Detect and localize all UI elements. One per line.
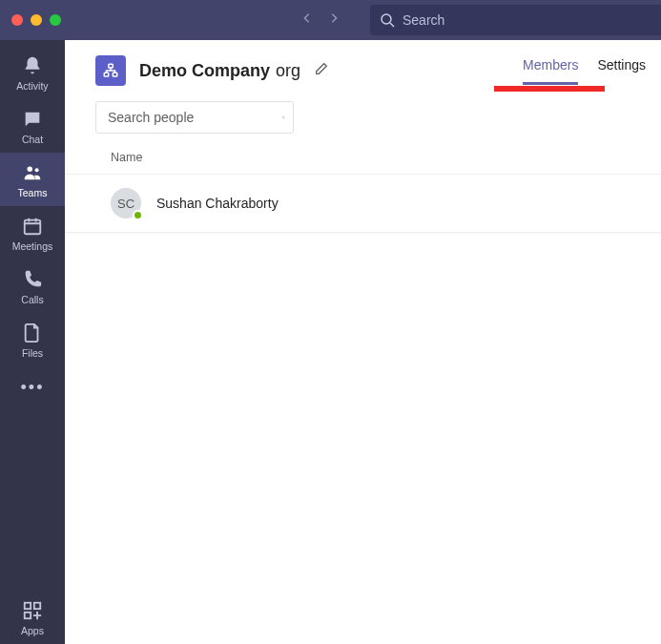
member-row[interactable]: SC Sushan Chakraborty <box>65 174 661 233</box>
svg-point-10 <box>282 116 284 118</box>
svg-rect-9 <box>113 73 117 76</box>
search-people[interactable] <box>95 101 294 134</box>
avatar-initials: SC <box>117 197 134 211</box>
svg-rect-8 <box>104 73 109 76</box>
ellipsis-icon: ••• <box>21 378 45 397</box>
rail-item-label: Teams <box>18 187 48 198</box>
org-chart-icon <box>102 62 119 79</box>
svg-rect-6 <box>25 613 31 618</box>
chat-icon <box>22 109 43 130</box>
chevron-right-icon <box>327 11 341 25</box>
svg-rect-4 <box>25 603 31 609</box>
rail-item-label: Apps <box>21 625 44 636</box>
tab-members[interactable]: Members <box>523 57 578 85</box>
svg-point-1 <box>28 167 33 173</box>
header-tabs: Members Settings <box>523 57 646 85</box>
team-header: Demo Company org Members Settings <box>65 55 661 86</box>
main-area: Activity Chat Teams Meetings Calls Files… <box>0 40 661 644</box>
nav-forward-button[interactable] <box>327 11 341 29</box>
rail-item-label: Calls <box>21 294 43 305</box>
rail-item-files[interactable]: Files <box>0 313 65 366</box>
svg-rect-3 <box>25 220 41 235</box>
nav-back-button[interactable] <box>300 11 314 29</box>
rail-item-teams[interactable]: Teams <box>0 153 65 206</box>
member-name: Sushan Chakraborty <box>156 196 279 211</box>
rail-item-label: Chat <box>22 134 43 145</box>
content-pane: Demo Company org Members Settings Name S… <box>65 40 661 644</box>
members-column-header: Name <box>65 134 661 174</box>
zoom-window-dot[interactable] <box>50 14 61 26</box>
rail-item-meetings[interactable]: Meetings <box>0 206 65 260</box>
presence-available-icon <box>133 210 143 220</box>
window-controls <box>11 14 61 26</box>
svg-point-2 <box>35 168 39 172</box>
app-rail: Activity Chat Teams Meetings Calls Files… <box>0 40 65 644</box>
titlebar <box>0 0 661 40</box>
phone-icon <box>22 269 43 290</box>
rail-item-label: Activity <box>16 80 48 92</box>
edit-team-button[interactable] <box>314 61 329 80</box>
chevron-left-icon <box>300 11 314 25</box>
rail-item-calls[interactable]: Calls <box>0 260 65 313</box>
minimize-window-dot[interactable] <box>31 14 42 26</box>
svg-point-0 <box>382 14 391 24</box>
team-badge <box>95 55 126 86</box>
team-title: Demo Company org <box>139 61 300 81</box>
svg-rect-7 <box>109 64 114 68</box>
calendar-icon <box>22 216 43 237</box>
global-search-input[interactable] <box>403 12 651 28</box>
highlight-annotation <box>494 86 605 92</box>
rail-more-button[interactable]: ••• <box>0 366 65 409</box>
rail-item-label: Files <box>22 347 43 359</box>
close-window-dot[interactable] <box>11 14 23 26</box>
bell-icon <box>22 55 43 76</box>
search-icon <box>380 12 395 28</box>
history-nav <box>300 11 341 29</box>
rail-item-apps[interactable]: Apps <box>0 591 65 644</box>
file-icon <box>22 322 43 343</box>
svg-rect-5 <box>34 603 40 609</box>
search-icon <box>282 110 285 125</box>
member-avatar: SC <box>111 188 141 218</box>
tab-settings[interactable]: Settings <box>597 57 646 85</box>
team-name-suffix: org <box>276 61 300 81</box>
apps-icon <box>22 600 43 621</box>
rail-item-chat[interactable]: Chat <box>0 99 65 153</box>
teams-icon <box>22 162 43 183</box>
search-people-input[interactable] <box>108 110 275 125</box>
global-search[interactable] <box>370 5 661 35</box>
rail-item-label: Meetings <box>12 240 53 252</box>
team-name-bold: Demo Company <box>139 61 270 81</box>
rail-item-activity[interactable]: Activity <box>0 46 65 99</box>
pencil-icon <box>314 61 329 76</box>
